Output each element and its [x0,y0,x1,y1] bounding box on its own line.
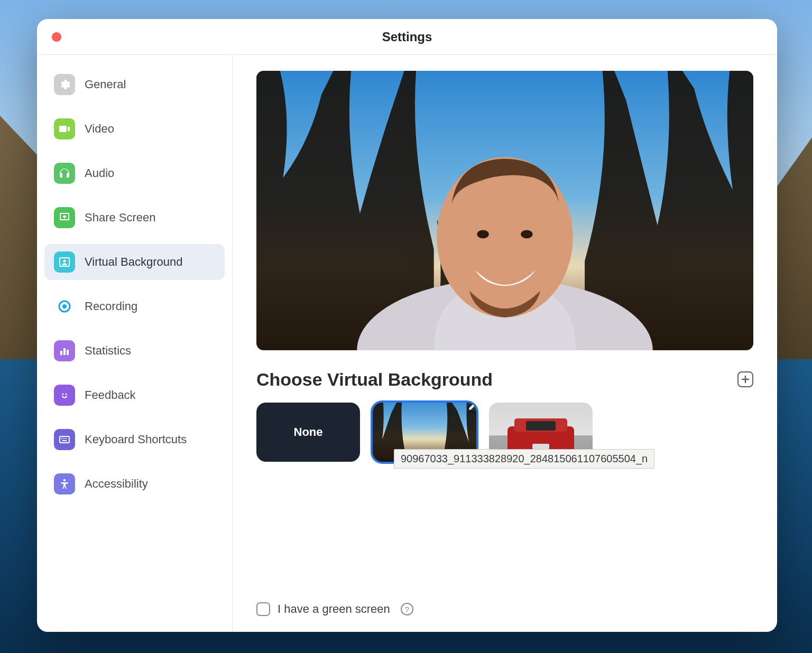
svg-point-17 [437,157,573,318]
sidebar-item-label: General [85,78,126,91]
sidebar-item-virtual-background[interactable]: Virtual Background [44,244,225,280]
svg-point-9 [65,393,67,395]
section-title: Choose Virtual Background [256,369,493,390]
sidebar-item-video[interactable]: Video [44,111,225,147]
close-window-button[interactable] [52,32,61,42]
recording-icon [54,296,75,317]
sidebar-item-audio[interactable]: Audio [44,155,225,191]
svg-point-1 [63,260,66,263]
svg-rect-5 [63,348,66,355]
video-preview [256,71,753,350]
sidebar-item-label: Recording [85,300,137,313]
sidebar-item-label: Keyboard Shortcuts [85,433,187,446]
svg-rect-22 [526,421,556,431]
headphones-icon [54,163,75,184]
settings-window: Settings General Video Audio [37,19,777,632]
svg-rect-12 [63,438,64,439]
svg-point-15 [63,479,66,481]
green-screen-label: I have a green screen [278,602,390,616]
green-screen-row: I have a green screen ? [256,581,753,616]
green-screen-help-button[interactable]: ? [401,603,413,615]
svg-rect-10 [60,436,69,443]
add-background-button[interactable] [737,371,753,387]
svg-point-3 [62,304,67,309]
sidebar-item-statistics[interactable]: Statistics [44,333,225,369]
svg-point-19 [521,230,532,239]
titlebar: Settings [37,19,777,55]
sidebar-item-label: Audio [85,166,114,180]
sidebar-item-label: Video [85,122,114,136]
settings-content: Choose Virtual Background None [233,55,777,632]
accessibility-icon [54,473,75,495]
sidebar-item-feedback[interactable]: Feedback [44,377,225,413]
sidebar-item-label: Feedback [85,388,136,402]
video-camera-icon [54,118,75,139]
sidebar-item-accessibility[interactable]: Accessibility [44,466,225,502]
sidebar-item-keyboard-shortcuts[interactable]: Keyboard Shortcuts [44,422,225,458]
svg-rect-14 [62,440,67,441]
question-mark-icon: ? [405,605,409,614]
green-screen-checkbox[interactable] [256,602,270,616]
smiley-icon [54,385,75,406]
background-none-label: None [294,425,323,439]
sidebar-item-general[interactable]: General [44,67,225,102]
sidebar-item-recording[interactable]: Recording [44,288,225,324]
svg-point-8 [62,393,63,395]
window-title: Settings [382,30,432,44]
sidebar-item-share-screen[interactable]: Share Screen [44,200,225,236]
close-icon [468,403,476,411]
svg-point-18 [477,230,488,239]
background-tooltip: 90967033_911333828920_284815061107605504… [394,449,654,469]
background-option-none[interactable]: None [256,403,360,462]
gear-icon [54,74,75,95]
share-screen-icon [54,207,75,228]
sidebar-item-label: Accessibility [85,477,148,491]
svg-rect-11 [61,438,62,439]
sidebar-item-label: Virtual Background [85,255,183,269]
svg-rect-7 [60,390,69,400]
svg-rect-6 [67,350,69,355]
settings-sidebar: General Video Audio Share Screen [37,55,233,632]
virtual-background-icon [54,251,75,273]
keyboard-icon [54,429,75,450]
bar-chart-icon [54,340,75,361]
background-thumbnails: None [256,403,753,462]
svg-rect-25 [532,444,549,449]
plus-icon [741,375,750,384]
sidebar-item-label: Share Screen [85,211,156,225]
svg-rect-13 [66,438,67,439]
svg-rect-4 [60,351,62,355]
sidebar-item-label: Statistics [85,344,131,358]
remove-background-button[interactable] [468,403,476,411]
